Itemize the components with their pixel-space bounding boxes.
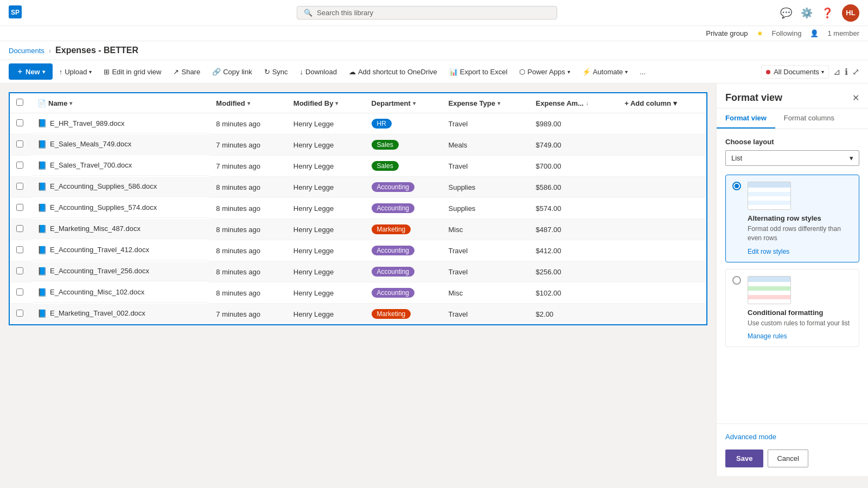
download-button[interactable]: ↓ Download: [295, 65, 342, 79]
share-button[interactable]: ↗ Share: [168, 65, 206, 79]
row-modified: 8 minutes ago: [209, 219, 286, 240]
following-label[interactable]: Following: [772, 29, 802, 37]
table-row[interactable]: 📘 E_Marketing_Travel_002.docx 7 minutes …: [9, 304, 707, 325]
checkbox-header[interactable]: [9, 93, 31, 113]
alternating-row-radio[interactable]: [732, 182, 741, 190]
panel-body: Choose layout List ▾ Altern: [717, 129, 868, 423]
row-checkbox[interactable]: [9, 282, 31, 304]
table-row[interactable]: 📘 E_Marketing_Misc_487.docx 8 minutes ag…: [9, 219, 707, 240]
more-button[interactable]: ...: [634, 65, 651, 79]
row-modified: 8 minutes ago: [209, 261, 286, 282]
sync-button[interactable]: ↻ Sync: [259, 65, 293, 79]
row-checkbox[interactable]: [9, 134, 31, 156]
table-row[interactable]: 📘 E_Accounting_Supplies_574.docx 8 minut…: [9, 198, 707, 219]
row-name: 📘 E_Sales_Travel_700.docx: [31, 156, 209, 176]
col-header-name[interactable]: 📄 Name ▾: [31, 93, 209, 113]
tab-format-view[interactable]: Format view: [717, 108, 775, 129]
table-row[interactable]: 📘 E_Sales_Travel_700.docx 7 minutes ago …: [9, 156, 707, 177]
export-excel-button[interactable]: 📊 Export to Excel: [444, 65, 513, 79]
automate-icon: ⚡: [582, 68, 591, 76]
manage-rules-link[interactable]: Manage rules: [748, 332, 787, 340]
row-department: Accounting: [365, 261, 442, 282]
select-all-checkbox[interactable]: [16, 99, 23, 106]
row-expense-type: Travel: [442, 113, 529, 134]
row-checkbox[interactable]: [9, 261, 31, 282]
col-header-add-column[interactable]: + Add column ▾: [618, 93, 707, 113]
row-modified-by: Henry Legge: [287, 134, 365, 156]
advanced-mode-link[interactable]: Advanced mode: [725, 433, 859, 441]
info-icon[interactable]: ℹ: [845, 67, 848, 77]
automate-button[interactable]: ⚡ Automate ▾: [577, 65, 634, 79]
row-checkbox[interactable]: [9, 113, 31, 134]
file-type-icon: 📄: [37, 99, 46, 107]
filter-icon[interactable]: ⊿: [833, 67, 840, 77]
save-button[interactable]: Save: [725, 450, 763, 467]
table-row[interactable]: 📘 E_Accounting_Misc_102.docx 8 minutes a…: [9, 282, 707, 304]
copy-link-button[interactable]: 🔗 Copy link: [207, 65, 257, 79]
automate-chevron-icon: ▾: [625, 69, 628, 75]
alternating-row-option[interactable]: Alternating row styles Format odd rows d…: [725, 175, 859, 262]
breadcrumb-parent[interactable]: Documents: [9, 47, 44, 55]
row-checkbox[interactable]: [9, 240, 31, 261]
fullscreen-icon[interactable]: ⤢: [852, 67, 859, 77]
search-box[interactable]: 🔍 Search this library: [297, 6, 557, 20]
word-icon: 📘: [37, 161, 47, 170]
row-checkbox[interactable]: [9, 198, 31, 219]
row-name: 📘 E_Sales_Meals_749.docx: [31, 134, 209, 155]
col-header-expense-amount[interactable]: Expense Am... ↓: [529, 93, 618, 113]
word-icon: 📘: [37, 246, 47, 254]
row-modified: 8 minutes ago: [209, 113, 286, 134]
row-expense-type: Misc: [442, 219, 529, 240]
row-expense-amount: $256.00: [529, 261, 618, 282]
panel-footer: Advanced mode Save Cancel: [717, 423, 868, 476]
row-add: [618, 240, 707, 261]
row-checkbox[interactable]: [9, 304, 31, 325]
table-row[interactable]: 📘 E_Sales_Meals_749.docx 7 minutes ago H…: [9, 134, 707, 156]
table-row[interactable]: 📘 E_HR_Travel_989.docx 8 minutes ago Hen…: [9, 113, 707, 134]
conditional-format-radio[interactable]: [732, 276, 741, 285]
cancel-button[interactable]: Cancel: [768, 450, 808, 467]
plus-icon: ＋: [16, 67, 23, 76]
table-row[interactable]: 📘 E_Accounting_Supplies_586.docx 8 minut…: [9, 177, 707, 198]
new-button[interactable]: ＋ New ▾: [9, 63, 53, 80]
conditional-format-option[interactable]: Conditional formatting Use custom rules …: [725, 269, 859, 348]
help-icon[interactable]: ❓: [821, 7, 833, 19]
breadcrumb-bar: Documents › Expenses - BETTER: [0, 41, 868, 60]
col-header-expense-type[interactable]: Expense Type ▾: [442, 93, 529, 113]
upload-icon: ↑: [59, 68, 63, 76]
layout-dropdown[interactable]: List ▾: [725, 150, 859, 166]
row-add: [618, 156, 707, 177]
row-modified: 7 minutes ago: [209, 304, 286, 325]
row-modified-by: Henry Legge: [287, 177, 365, 198]
panel-close-button[interactable]: ✕: [852, 93, 859, 103]
row-expense-amount: $487.00: [529, 219, 618, 240]
link-icon: 🔗: [212, 68, 221, 76]
row-expense-amount: $102.00: [529, 282, 618, 304]
table-row[interactable]: 📘 E_Accounting_Travel_412.docx 8 minutes…: [9, 240, 707, 261]
row-checkbox[interactable]: [9, 219, 31, 240]
tab-format-columns[interactable]: Format columns: [775, 108, 843, 129]
row-expense-type: Meals: [442, 134, 529, 156]
settings-icon[interactable]: ⚙️: [801, 7, 813, 19]
alternating-row-title: Alternating row styles: [748, 214, 852, 222]
logo-area: SP: [9, 5, 74, 20]
member-label: 1 member: [827, 29, 859, 37]
avatar[interactable]: HL: [842, 4, 859, 22]
following-icon[interactable]: ★: [757, 29, 763, 37]
col-header-modified[interactable]: Modified ▾: [209, 93, 286, 113]
power-apps-button[interactable]: ⬡ Power Apps ▾: [514, 65, 575, 79]
view-chevron-icon: ▾: [821, 69, 824, 75]
row-checkbox[interactable]: [9, 177, 31, 198]
conditional-format-desc: Use custom rules to format your list: [748, 319, 852, 328]
table-row[interactable]: 📘 E_Accounting_Travel_256.docx 8 minutes…: [9, 261, 707, 282]
edit-grid-button[interactable]: ⊞ Edit in grid view: [98, 65, 167, 79]
row-expense-type: Travel: [442, 304, 529, 325]
row-checkbox[interactable]: [9, 156, 31, 177]
edit-row-styles-link[interactable]: Edit row styles: [748, 248, 789, 255]
add-shortcut-button[interactable]: ☁ Add shortcut to OneDrive: [343, 65, 443, 79]
view-selector[interactable]: All Documents ▾: [761, 65, 829, 79]
upload-button[interactable]: ↑ Upload ▾: [54, 65, 98, 79]
col-header-modified-by[interactable]: Modified By ▾: [287, 93, 365, 113]
col-header-department[interactable]: Department ▾: [365, 93, 442, 113]
notification-icon[interactable]: 💬: [780, 7, 792, 19]
